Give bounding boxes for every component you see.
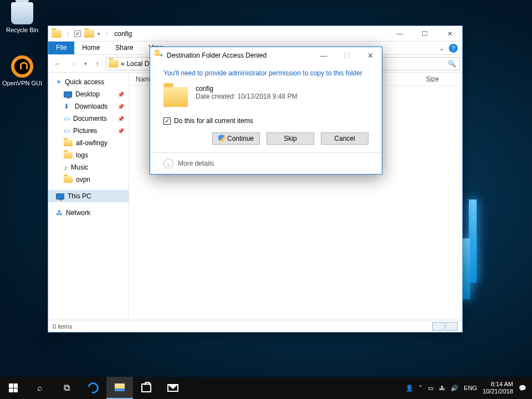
action-center-icon[interactable]: 💬 <box>519 385 526 392</box>
pin-icon: 📌 <box>117 116 124 122</box>
taskbar-store[interactable] <box>133 377 160 399</box>
nav-network[interactable]: 🖧Network <box>48 207 129 219</box>
help-icon[interactable]: ? <box>449 44 458 53</box>
dialog-close-button[interactable]: ✕ <box>359 47 382 64</box>
search-button[interactable]: ⌕ <box>27 377 53 399</box>
windows-logo-icon <box>9 383 18 392</box>
folder-large-icon <box>163 87 188 107</box>
nav-music[interactable]: ♪Music <box>48 161 129 173</box>
folder-icon <box>64 140 73 146</box>
column-size[interactable]: Size <box>420 75 446 83</box>
nav-downloads[interactable]: ⬇Downloads📌 <box>48 100 129 112</box>
nav-logs[interactable]: logs <box>48 149 129 161</box>
nav-desktop[interactable]: Desktop📌 <box>48 88 129 100</box>
dialog-maximize-button[interactable]: ☐ <box>335 47 359 64</box>
volume-icon[interactable]: 🔊 <box>451 385 458 392</box>
task-view-button[interactable]: ⧉ <box>53 377 80 399</box>
folder-icon <box>52 30 62 38</box>
nav-quick-access[interactable]: ✦Quick access <box>48 76 129 88</box>
dialog-icon: ➜ <box>155 52 163 59</box>
nav-all-owfingy[interactable]: all-owfingy <box>48 137 129 149</box>
titlebar[interactable]: | ✓ ▾ | config — ☐ ✕ <box>48 26 462 42</box>
forward-button[interactable]: → <box>66 57 80 71</box>
desktop-icon-openvpn[interactable]: OpenVPN GUI <box>2 55 43 86</box>
qat-dropdown-icon[interactable]: ▾ <box>98 31 100 37</box>
tab-file[interactable]: File <box>48 42 74 54</box>
dialog-minimize-button[interactable]: — <box>312 47 335 64</box>
tab-share[interactable]: Share <box>108 42 141 54</box>
ribbon-collapse-icon[interactable]: ⌄ <box>439 44 444 52</box>
network-icon[interactable]: 🖧 <box>439 385 445 391</box>
system-tray: 👤 ˄ ▭ 🖧 🔊 ENG 8:14 AM 10/21/2018 💬 <box>406 381 532 395</box>
folder-icon <box>64 176 73 183</box>
desktop-icon-label: OpenVPN GUI <box>2 80 43 86</box>
more-details-label: More details <box>178 160 214 167</box>
dialog-title: Destination Folder Access Denied <box>167 52 267 59</box>
battery-icon[interactable]: ▭ <box>428 385 433 392</box>
network-icon: 🖧 <box>56 209 63 217</box>
item-count: 0 items <box>53 323 72 330</box>
details-view-button[interactable] <box>432 322 444 331</box>
taskbar-mail[interactable] <box>160 377 186 399</box>
minimize-button[interactable]: — <box>387 26 412 42</box>
desktop-icon-label: Recycle Bin <box>2 27 43 33</box>
pictures-icon: ▭ <box>64 127 70 135</box>
checkbox-label: Do this for all current items <box>174 117 253 125</box>
date-created-value: 10/13/2018 9:48 PM <box>237 93 297 100</box>
language-indicator[interactable]: ENG <box>464 385 477 391</box>
download-icon: ⬇ <box>64 103 71 110</box>
folder-icon <box>109 60 119 68</box>
skip-button[interactable]: Skip <box>267 132 314 145</box>
pin-icon: 📌 <box>117 104 124 110</box>
desktop-icon-recycle-bin[interactable]: Recycle Bin <box>2 2 43 33</box>
file-explorer-icon <box>115 383 125 391</box>
up-button[interactable]: ↑ <box>90 57 105 71</box>
nav-this-pc[interactable]: This PC <box>48 190 129 202</box>
star-icon: ✦ <box>56 78 62 86</box>
start-button[interactable] <box>0 377 27 399</box>
recent-dropdown[interactable]: ▾ <box>81 57 89 71</box>
date-created-label: Date created: <box>196 93 236 100</box>
edge-icon <box>85 380 100 395</box>
dialog-folder-name: config <box>196 85 297 93</box>
openvpn-icon <box>11 55 33 78</box>
people-icon[interactable]: 👤 <box>406 385 413 392</box>
access-denied-dialog: ➜ Destination Folder Access Denied — ☐ ✕… <box>150 47 382 175</box>
nav-pictures[interactable]: ▭Pictures📌 <box>48 125 129 137</box>
clock-date: 10/21/2018 <box>483 388 513 395</box>
cancel-button[interactable]: Cancel <box>321 132 369 145</box>
document-icon: ▭ <box>64 115 70 122</box>
chevron-down-icon: ⌄ <box>163 158 173 168</box>
do-for-all-checkbox[interactable]: ✓ <box>163 117 171 125</box>
search-icon[interactable]: 🔍 <box>448 60 456 68</box>
folder-icon <box>84 30 94 38</box>
monitor-icon <box>64 91 72 98</box>
store-icon <box>141 383 151 392</box>
nav-documents[interactable]: ▭Documents📌 <box>48 112 129 125</box>
clock-time: 8:14 AM <box>483 381 513 388</box>
taskbar-edge[interactable] <box>80 377 106 399</box>
window-title: config <box>114 30 132 38</box>
dialog-message: You'll need to provide administrator per… <box>163 69 369 77</box>
icons-view-button[interactable] <box>446 322 458 331</box>
continue-button[interactable]: Continue <box>212 132 260 145</box>
pin-icon: 📌 <box>117 91 124 98</box>
clock[interactable]: 8:14 AM 10/21/2018 <box>483 381 513 395</box>
navigation-pane: ✦Quick access Desktop📌 ⬇Downloads📌 ▭Docu… <box>48 73 129 320</box>
pin-icon: 📌 <box>117 128 124 134</box>
uac-shield-icon <box>218 135 225 142</box>
status-bar: 0 items <box>48 320 462 332</box>
music-icon: ♪ <box>64 163 68 172</box>
dialog-titlebar[interactable]: ➜ Destination Folder Access Denied — ☐ ✕ <box>150 47 382 64</box>
close-button[interactable]: ✕ <box>437 26 462 42</box>
nav-ovpn[interactable]: ovpn <box>48 173 129 186</box>
maximize-button[interactable]: ☐ <box>412 26 437 42</box>
more-details-toggle[interactable]: ⌄ More details <box>150 152 382 174</box>
tab-home[interactable]: Home <box>74 42 108 54</box>
pc-icon <box>56 193 64 200</box>
tray-overflow-icon[interactable]: ˄ <box>419 385 422 392</box>
taskbar-file-explorer[interactable] <box>106 377 133 399</box>
mail-icon <box>167 384 178 392</box>
back-button[interactable]: ← <box>50 57 65 71</box>
qat-checkbox-icon[interactable]: ✓ <box>74 30 81 37</box>
